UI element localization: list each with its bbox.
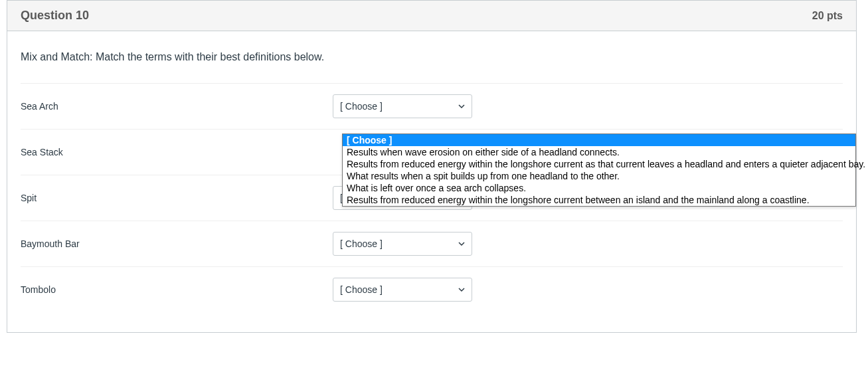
term-label: Baymouth Bar — [21, 238, 333, 249]
select-value: [ Choose ] — [340, 284, 383, 295]
dropdown-option[interactable]: Results when wave erosion on either side… — [343, 146, 855, 158]
match-row: Baymouth Bar [ Choose ] — [21, 221, 843, 267]
dropdown-option[interactable]: Results from reduced energy within the l… — [343, 194, 855, 206]
question-card: Question 10 20 pts Mix and Match: Match … — [7, 0, 857, 333]
question-title: Question 10 — [21, 9, 89, 23]
term-label: Sea Arch — [21, 101, 333, 112]
select-value: [ Choose ] — [340, 238, 383, 249]
dropdown-option[interactable]: [ Choose ] — [343, 134, 855, 146]
term-label: Sea Stack — [21, 147, 333, 157]
question-points: 20 pts — [812, 10, 843, 22]
definition-select-tombolo[interactable]: [ Choose ] — [333, 278, 472, 302]
definition-select-baymouth-bar[interactable]: [ Choose ] — [333, 232, 472, 256]
select-value: [ Choose ] — [340, 101, 383, 112]
dropdown-option[interactable]: What is left over once a sea arch collap… — [343, 182, 855, 194]
chevron-down-icon — [458, 286, 465, 293]
definition-select-sea-arch[interactable]: [ Choose ] — [333, 94, 472, 118]
definition-dropdown[interactable]: [ Choose ] Results when wave erosion on … — [342, 134, 856, 207]
question-instruction: Mix and Match: Match the terms with thei… — [21, 51, 843, 63]
match-row: Tombolo [ Choose ] — [21, 267, 843, 312]
chevron-down-icon — [458, 103, 465, 110]
match-row: Sea Arch [ Choose ] — [21, 84, 843, 130]
chevron-down-icon — [458, 240, 465, 247]
dropdown-option[interactable]: Results from reduced energy within the l… — [343, 158, 855, 170]
dropdown-option[interactable]: What results when a spit builds up from … — [343, 170, 855, 182]
question-header: Question 10 20 pts — [7, 1, 856, 31]
term-label: Tombolo — [21, 284, 333, 295]
term-label: Spit — [21, 193, 333, 203]
